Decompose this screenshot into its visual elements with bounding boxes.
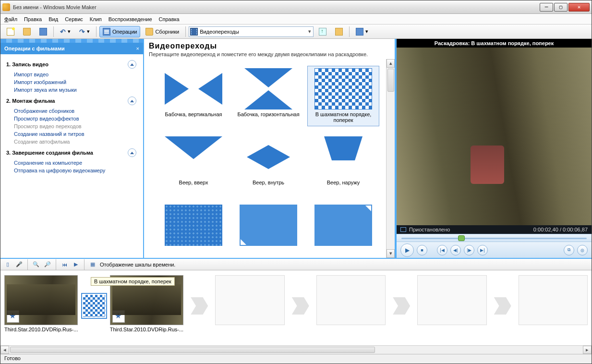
fx-icon[interactable] [112,310,125,323]
collapse-icon[interactable] [128,148,136,157]
empty-transition-slot[interactable] [288,275,314,325]
rewind-icon[interactable]: ⏮ [60,260,69,269]
open-button[interactable] [20,26,34,37]
empty-transition-slot[interactable] [186,275,212,325]
split-button[interactable]: ⧉ [564,245,574,255]
redo-button[interactable]: ↷▾ [76,26,93,37]
separator [56,259,56,270]
timeline-mic-icon[interactable]: 🎤 [15,260,24,269]
task-show-collections[interactable]: Отображение сборников [6,107,136,115]
snapshot-button[interactable]: ◎ [577,245,588,255]
collapse-icon[interactable] [128,97,136,105]
empty-clip-slot[interactable] [215,275,284,325]
transition-label: Веер, вверх [160,180,227,192]
menu-view[interactable]: Вид [48,16,58,22]
transition-item[interactable]: В шахматном порядке, поперек [307,66,379,126]
hscroll-thumb[interactable] [10,347,375,353]
views-button[interactable]: ▾ [352,26,372,37]
tasks-icon [103,28,110,36]
task-import-images[interactable]: Импорт изображений [6,78,136,86]
task-make-titles[interactable]: Создание названий и титров [6,130,136,138]
toggle-view-label[interactable]: Отображение шкалы времени. [100,262,175,267]
collections-button[interactable]: Сборники [142,26,182,37]
levelup-button[interactable] [315,26,330,37]
fx-icon[interactable] [7,310,19,323]
timeline-levels-icon[interactable]: ▯ [3,260,12,269]
stop-button[interactable]: ■ [417,245,427,255]
task-view-transitions: Просмотр видео переходов [6,122,136,130]
tasks-button[interactable]: Операции [99,26,140,37]
empty-transition-slot[interactable] [388,275,414,325]
close-button[interactable]: ✕ [568,3,590,12]
menu-service[interactable]: Сервис [65,16,83,22]
zoom-out-icon[interactable]: 🔎 [43,260,52,269]
scroll-thumb[interactable] [387,69,394,92]
menubar: Файл Правка Вид Сервис Клип Воспроизведе… [0,14,592,24]
undo-button[interactable]: ↶▾ [57,26,74,37]
menu-play[interactable]: Воспроизведение [109,16,152,22]
tasks-close-icon[interactable]: × [136,46,139,51]
prev-button[interactable]: |◀ [437,245,447,255]
task-import-video[interactable]: Импорт видео [6,71,136,78]
task-save-computer[interactable]: Сохранение на компьютере [6,159,136,167]
empty-clip-slot[interactable] [417,275,486,325]
collapse-icon[interactable] [128,60,136,69]
storyboard[interactable]: В шахматном порядке, поперек Third.Star.… [0,270,592,345]
separator [349,26,350,37]
empty-transition-slot[interactable] [490,275,516,325]
transition-thumb [165,68,222,109]
vscrollbar[interactable]: ▴ ▾ [386,59,395,258]
titlebar[interactable]: Без имени - Windows Movie Maker ─ ▢ ✕ [0,0,592,14]
menu-clip[interactable]: Клип [90,16,102,22]
newfolder-button[interactable] [332,26,346,37]
transitions-grid: Бабочка, вертикальнаяБабочка, горизонтал… [144,59,386,258]
menu-help[interactable]: Справка [159,16,180,22]
task-send-dvcamera[interactable]: Отправка на цифровую видеокамеру [6,167,136,174]
step-back-button[interactable]: ◀| [450,245,461,255]
menu-edit[interactable]: Правка [24,16,42,22]
scroll-down-icon[interactable]: ▾ [387,249,395,258]
separator [84,259,85,270]
transition-item[interactable] [157,202,230,258]
scroll-left-icon[interactable]: ◂ [0,346,9,354]
transition-thumb [314,136,372,178]
task-import-audio[interactable]: Импорт звука или музыки [6,86,136,94]
transition-item[interactable]: Веер, внутрь [232,134,304,194]
maximize-button[interactable]: ▢ [554,3,568,12]
save-button[interactable] [36,26,50,37]
transition-thumb [240,68,297,109]
undo-icon: ↶ [60,28,66,35]
new-button[interactable] [3,26,18,37]
separator [53,26,54,37]
open-icon [23,28,31,36]
tasks-header: Операции с фильмами × [0,43,143,54]
transition-item[interactable]: Веер, наружу [307,134,379,194]
transition-item[interactable] [232,202,304,258]
transition-item[interactable]: Веер, вверх [157,134,230,194]
seek-bar[interactable] [397,234,592,242]
transition-item[interactable] [307,202,379,258]
scroll-right-icon[interactable]: ▸ [583,346,592,354]
transition-item[interactable]: Бабочка, вертикальная [157,66,230,126]
clip-label: Third.Star.2010.DVDRip.Rus-... [110,325,183,332]
storyboard-clip[interactable]: Third.Star.2010.DVDRip.Rus-... [4,275,78,332]
menu-file[interactable]: Файл [4,16,17,22]
toggle-view-icon[interactable]: ▦ [88,260,97,269]
preview-video[interactable] [397,48,592,225]
status-text: Готово [4,355,21,361]
timeline-toolbar: ▯ 🎤 🔍 🔎 ⏮ ▶ ▦ Отображение шкалы времени. [0,258,592,270]
play-button[interactable]: ▶ [400,243,414,257]
play-timeline-icon[interactable]: ▶ [72,260,80,269]
hscrollbar[interactable]: ◂ ▸ [0,345,592,354]
step-fwd-button[interactable]: |▶ [464,245,474,255]
next-button[interactable]: ▶| [477,245,488,255]
empty-clip-slot[interactable] [519,275,588,325]
location-dropdown[interactable]: Видеопереходы [189,26,314,37]
task-view-effects[interactable]: Просмотр видеоэффектов [6,115,136,122]
scroll-up-icon[interactable]: ▴ [387,59,395,68]
transition-item[interactable]: Бабочка, горизонтальная [232,66,304,126]
seek-knob[interactable] [458,235,465,241]
minimize-button[interactable]: ─ [540,3,553,12]
zoom-in-icon[interactable]: 🔍 [32,260,40,269]
empty-clip-slot[interactable] [316,275,386,325]
